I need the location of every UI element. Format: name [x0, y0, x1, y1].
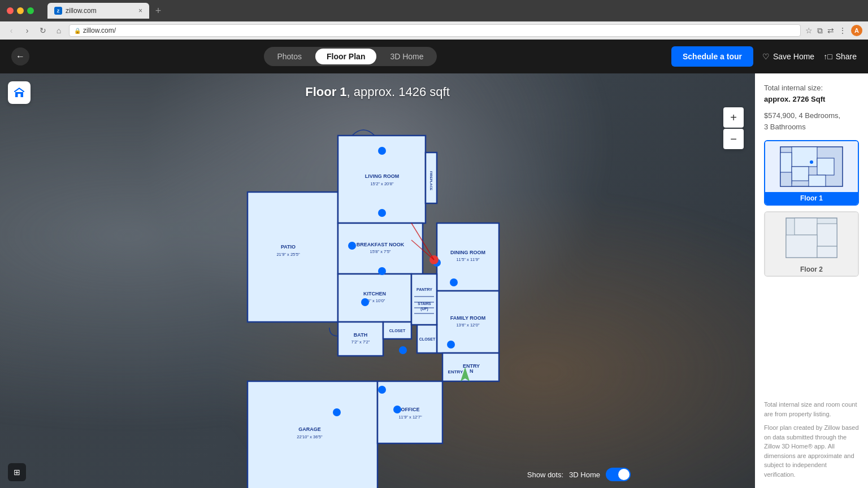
main-content: Floor 1, approx. 1426 sqft + − .fp-wall … — [0, 73, 868, 488]
svg-text:CLOSET: CLOSET — [419, 337, 436, 341]
svg-rect-68 — [809, 175, 826, 186]
svg-rect-67 — [817, 158, 834, 175]
view-mode-tabs: Photos Floor Plan 3D Home — [264, 47, 436, 66]
svg-point-70 — [810, 160, 813, 164]
schedule-tour-button[interactable]: Schedule a tour — [671, 46, 753, 67]
extensions-icon[interactable]: ⧉ — [817, 26, 823, 36]
svg-point-56 — [399, 346, 407, 354]
svg-point-59 — [333, 408, 341, 416]
tab-photos[interactable]: Photos — [266, 49, 313, 64]
bottom-bar: Show dots: 3D Home — [0, 468, 642, 481]
svg-rect-19 — [437, 291, 499, 353]
svg-point-54 — [450, 278, 458, 286]
minimize-window-button[interactable] — [17, 7, 24, 14]
home-browser-button[interactable]: ⌂ — [53, 25, 64, 36]
heart-icon: ♡ — [762, 52, 770, 61]
profile-icon[interactable]: A — [851, 25, 862, 36]
zoom-out-button[interactable]: − — [723, 129, 744, 149]
svg-point-49 — [348, 242, 356, 250]
svg-rect-1 — [18, 94, 21, 97]
share-button[interactable]: ↑□ Share — [823, 52, 857, 61]
svg-point-55 — [447, 341, 455, 348]
tab-close-button[interactable]: × — [138, 7, 142, 15]
zillow-logo — [8, 81, 31, 104]
svg-text:21'9" x 25'5": 21'9" x 25'5" — [276, 252, 300, 257]
address-bar[interactable]: 🔒 zillow.com/ — [69, 24, 801, 37]
svg-text:STAIRS: STAIRS — [418, 302, 431, 306]
tab-favicon: Z — [54, 7, 62, 15]
svg-text:N: N — [470, 368, 474, 374]
floor-plan-title: Floor 1, approx. 1426 sqft — [305, 85, 450, 99]
total-size-value: approx. 2726 Sqft — [764, 95, 825, 103]
svg-rect-2 — [248, 192, 338, 322]
show-dots-label: Show dots: — [527, 470, 563, 479]
right-panel: Total internal size: approx. 2726 Sqft $… — [755, 73, 868, 488]
svg-text:OFFICE: OFFICE — [401, 407, 420, 412]
svg-point-57 — [378, 386, 386, 394]
svg-rect-22 — [338, 322, 383, 356]
svg-text:KITCHEN: KITCHEN — [363, 291, 386, 297]
svg-text:BREAKFAST NOOK: BREAKFAST NOOK — [357, 242, 405, 247]
floor-plan-area: Floor 1, approx. 1426 sqft + − .fp-wall … — [0, 73, 755, 488]
svg-text:11'5" x 11'9": 11'5" x 11'9" — [456, 257, 479, 262]
zoom-in-button[interactable]: + — [723, 107, 744, 128]
svg-text:(UP): (UP) — [420, 307, 428, 311]
svg-text:15'8" x 7'5": 15'8" x 7'5" — [370, 249, 391, 254]
forward-browser-button[interactable]: › — [21, 25, 33, 36]
zoom-controls: + − — [723, 107, 744, 149]
svg-rect-64 — [792, 147, 817, 167]
svg-rect-75 — [817, 246, 837, 258]
svg-point-50 — [378, 209, 386, 217]
svg-text:FIREPLACE: FIREPLACE — [429, 171, 433, 190]
floor2-label: Floor 2 — [765, 263, 858, 276]
browser-toolbar: ‹ › ↻ ⌂ 🔒 zillow.com/ ☆ ⧉ ⇄ ⋮ A — [0, 21, 868, 40]
svg-text:GARAGE: GARAGE — [298, 426, 321, 432]
svg-text:7'2" x 7'2": 7'2" x 7'2" — [351, 339, 370, 345]
nav-right: Schedule a tour ♡ Save Home ↑□ Share — [671, 46, 857, 67]
url-text: zillow.com/ — [83, 27, 116, 34]
total-size-label: Total internal size: approx. 2726 Sqft — [764, 82, 859, 104]
svg-text:LIVING ROOM: LIVING ROOM — [365, 173, 400, 179]
floor-plan-svg[interactable]: .fp-wall { stroke: #1a3a8f; stroke-width… — [242, 104, 513, 488]
svg-text:13'6" x 12'0": 13'6" x 12'0" — [456, 323, 479, 328]
floor1-label: Floor 1 — [765, 192, 858, 204]
save-home-button[interactable]: ♡ Save Home — [762, 52, 814, 61]
nav-left: ← — [11, 47, 29, 66]
svg-text:22'10" x 36'5": 22'10" x 36'5" — [297, 434, 323, 439]
svg-text:FAMILY ROOM: FAMILY ROOM — [450, 315, 486, 321]
svg-text:DINING ROOM: DINING ROOM — [450, 250, 485, 255]
close-window-button[interactable] — [7, 7, 14, 14]
traffic-lights — [7, 7, 34, 14]
floor1-thumbnail[interactable]: Floor 1 — [764, 140, 859, 206]
back-button[interactable]: ← — [11, 47, 29, 66]
reload-browser-button[interactable]: ↻ — [37, 25, 49, 36]
share-icon: ↑□ — [823, 52, 832, 61]
tab-floor-plan[interactable]: Floor Plan — [315, 49, 376, 64]
tab-bar: Z zillow.com × + — [47, 3, 165, 19]
sync-icon[interactable]: ⇄ — [827, 26, 834, 35]
active-browser-tab[interactable]: Z zillow.com × — [47, 3, 149, 19]
floor2-thumb-image — [765, 212, 858, 263]
property-info: $574,900, 4 Bedrooms, 3 Bathrooms — [764, 110, 859, 132]
settings-icon[interactable]: ⋮ — [839, 26, 847, 35]
svg-rect-69 — [780, 172, 792, 186]
tab-3d-home[interactable]: 3D Home — [379, 49, 435, 64]
svg-rect-40 — [377, 381, 442, 443]
3d-home-label: 3D Home — [569, 470, 600, 479]
tab-title: zillow.com — [66, 7, 97, 15]
svg-rect-29 — [411, 274, 437, 325]
maximize-window-button[interactable] — [27, 7, 34, 14]
new-tab-button[interactable]: + — [151, 4, 165, 18]
top-nav: ← Photos Floor Plan 3D Home Schedule a t… — [0, 40, 868, 73]
toolbar-icons: ☆ ⧉ ⇄ ⋮ A — [805, 25, 862, 36]
floor2-thumbnail[interactable]: Floor 2 — [764, 211, 859, 277]
svg-point-58 — [393, 406, 401, 413]
svg-text:BATH: BATH — [354, 332, 367, 338]
svg-text:CLOSET: CLOSET — [389, 329, 406, 333]
svg-point-48 — [378, 147, 386, 155]
back-browser-button[interactable]: ‹ — [6, 25, 17, 36]
bookmark-icon[interactable]: ☆ — [805, 26, 813, 35]
bottom-info: Total internal size and room count are f… — [764, 391, 859, 479]
svg-text:PANTRY: PANTRY — [416, 287, 432, 291]
show-dots-toggle[interactable] — [606, 468, 631, 481]
